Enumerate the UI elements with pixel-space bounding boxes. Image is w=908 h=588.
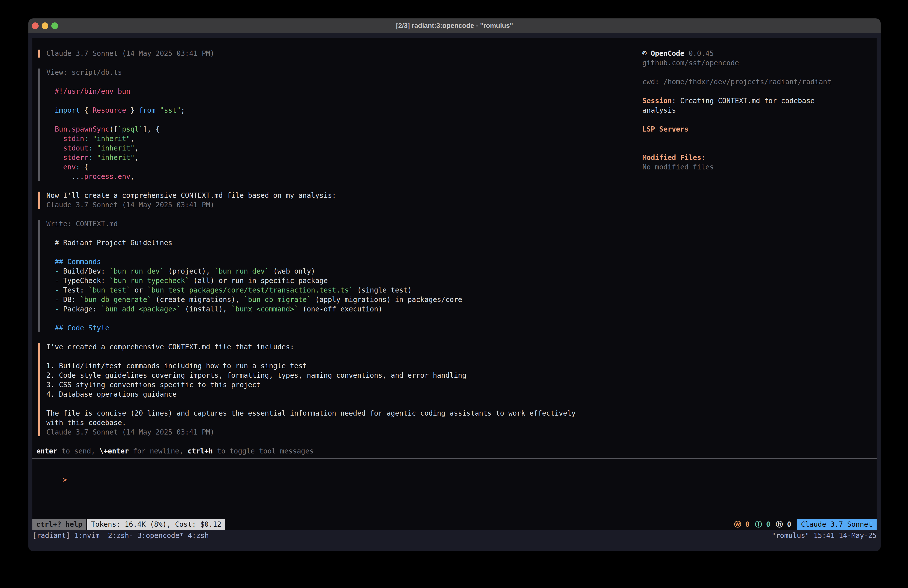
transcript-line: ## Code Style [46, 324, 877, 333]
sidebar-line [642, 115, 874, 124]
opencode-statusbar: ctrl+? help Tokens: 16.4K (8%), Cost: $0… [32, 519, 877, 530]
transcript-line [46, 229, 877, 238]
sidebar-line: Session: Creating CONTEXT.md for codebas… [642, 96, 874, 106]
message-accent-bar [38, 220, 40, 332]
transcript-line: - Build/Dev: `bun run dev` (project), `b… [46, 267, 877, 276]
transcript-line: Write: CONTEXT.md [46, 219, 877, 229]
tool-message-block: Write: CONTEXT.md # Radiant Project Guid… [32, 219, 877, 333]
transcript-line: - DB: `bun db generate` (create migratio… [46, 295, 877, 304]
transcript-line: 3. CSS styling conventions specific to t… [46, 380, 877, 390]
diagnostic-counters: ⓦ 0ⓘ 0ⓗ 0 [734, 520, 791, 529]
transcript-line [46, 314, 877, 324]
sidebar-line [642, 134, 874, 143]
transcript-line: 4. Database operations guidance [46, 390, 877, 399]
sidebar-line [642, 68, 874, 77]
sidebar-line: Modified Files: [642, 153, 874, 163]
window-titlebar: [2/3] radiant:3:opencode - "romulus" [28, 18, 881, 33]
assistant-message-block: Now I'll create a comprehensive CONTEXT.… [32, 191, 877, 210]
assistant-message-block: I've created a comprehensive CONTEXT.md … [32, 342, 877, 437]
message-accent-bar [38, 69, 40, 180]
sidebar-line: analysis [642, 106, 874, 115]
sidebar-line: github.com/sst/opencode [642, 58, 874, 68]
transcript-line: ## Commands [46, 257, 877, 267]
terminal-window: [2/3] radiant:3:opencode - "romulus" Cla… [28, 18, 881, 551]
sidebar-line: © OpenCode 0.0.45 [642, 49, 874, 58]
prompt-caret: > [63, 476, 67, 484]
sidebar-line: No modified files [642, 163, 874, 172]
statusbar-right: ⓦ 0ⓘ 0ⓗ 0 Claude 3.7 Sonnet [734, 519, 877, 530]
transcript-line: ...process.env, [46, 172, 877, 181]
transcript-line: I've created a comprehensive CONTEXT.md … [46, 342, 877, 352]
sidebar-line: cwd: /home/thdxr/dev/projects/radiant/ra… [642, 77, 874, 87]
message-accent-bar [38, 50, 40, 58]
transcript-line: Claude 3.7 Sonnet (14 May 2025 03:41 PM) [46, 200, 877, 210]
prompt-input[interactable]: > [32, 466, 877, 475]
opencode-tui: Claude 3.7 Sonnet (14 May 2025 03:41 PM)… [32, 38, 877, 530]
window-title: [2/3] radiant:3:opencode - "romulus" [28, 18, 881, 33]
transcript-line: 2. Code style guidelines covering import… [46, 371, 877, 380]
transcript-line [46, 399, 877, 409]
session-sidebar: © OpenCode 0.0.45github.com/sst/opencode… [642, 49, 874, 172]
tokens-cost-badge: Tokens: 16.4K (8%), Cost: $0.12 [87, 519, 225, 530]
input-box-border [32, 458, 877, 459]
message-accent-bar [38, 343, 40, 436]
transcript-line: - Test: `bun test` or `bun test packages… [46, 285, 877, 295]
warning-counter: ⓦ 0 [734, 520, 750, 529]
tmux-statusbar: [radiant] 1:nvim 2:zsh- 3:opencode* 4:zs… [28, 530, 881, 551]
transcript-line [46, 352, 877, 361]
transcript-line: Now I'll create a comprehensive CONTEXT.… [46, 191, 877, 200]
tmux-window-list: [radiant] 1:nvim 2:zsh- 3:opencode* 4:zs… [32, 531, 209, 541]
help-keybinding-badge: ctrl+? help [32, 519, 86, 530]
statusbar-left: ctrl+? help Tokens: 16.4K (8%), Cost: $0… [32, 519, 225, 530]
transcript-line: Claude 3.7 Sonnet (14 May 2025 03:41 PM) [46, 427, 877, 437]
transcript-line: # Radiant Project Guidelines [46, 238, 877, 248]
hint-counter: ⓗ 0 [776, 520, 791, 529]
sidebar-line: LSP Servers [642, 124, 874, 134]
info-counter: ⓘ 0 [755, 520, 770, 529]
transcript-line: 1. Build/lint/test commands including ho… [46, 361, 877, 371]
transcript-line: with this codebase. [46, 418, 877, 427]
sidebar-line [642, 143, 874, 153]
transcript-line: - Package: `bun add <package>` (install)… [46, 304, 877, 314]
tmux-host-clock: "romulus" 15:41 14-May-25 [772, 531, 877, 541]
transcript-line [46, 248, 877, 257]
model-badge: Claude 3.7 Sonnet [797, 519, 877, 530]
keybinding-hint: enter to send, \+enter for newline, ctrl… [32, 446, 877, 456]
transcript-line: - TypeCheck: `bun run typecheck` (all) o… [46, 276, 877, 285]
message-accent-bar [38, 192, 40, 209]
transcript-line: The file is concise (20 lines) and captu… [46, 409, 877, 418]
sidebar-line [642, 87, 874, 96]
